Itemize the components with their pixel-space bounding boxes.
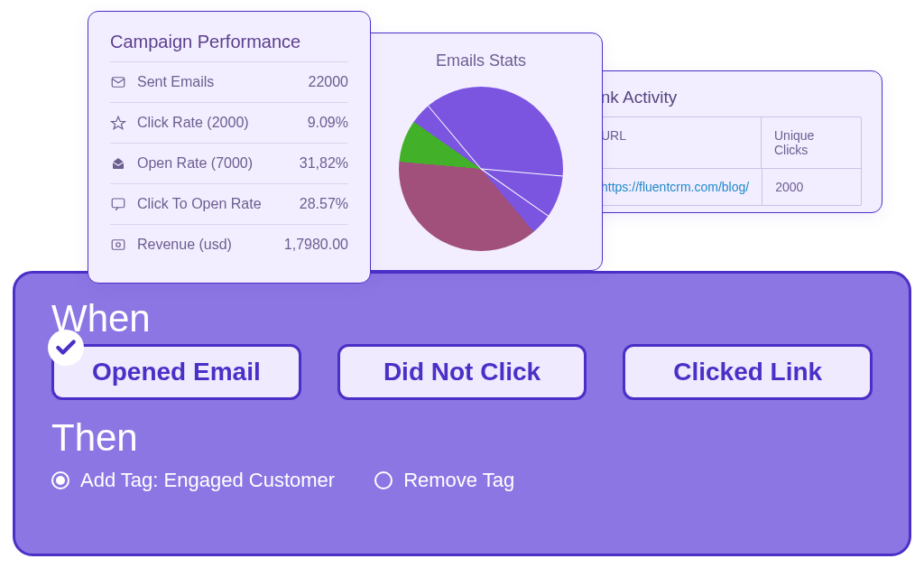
table-header-row: URL Unique Clicks: [588, 117, 861, 168]
trigger-row: Opened Email Did Not Click Clicked Link: [51, 344, 873, 400]
campaign-performance-title: Campaign Performance: [110, 32, 348, 62]
table-row: https://fluentcrm.com/blog/ 2000: [588, 168, 861, 205]
perf-value: 28.57%: [300, 196, 348, 212]
perf-label: Click To Open Rate: [137, 196, 289, 212]
link-activity-card: Link Activity URL Unique Clicks https://…: [559, 70, 882, 213]
radio-label: Add Tag: Engaged Customer: [80, 469, 335, 492]
col-url: URL: [588, 117, 762, 168]
perf-label: Sent Emails: [137, 74, 298, 90]
link-url[interactable]: https://fluentcrm.com/blog/: [588, 169, 762, 205]
trigger-did-not-click[interactable]: Did Not Click: [337, 344, 587, 400]
mail-icon: [110, 74, 126, 90]
chat-icon: [110, 196, 126, 212]
action-radio-group: Add Tag: Engaged Customer Remove Tag: [51, 469, 873, 492]
trigger-label: Opened Email: [92, 358, 261, 386]
perf-row-cto: Click To Open Rate 28.57%: [110, 184, 348, 225]
svg-rect-0: [112, 78, 125, 88]
svg-rect-2: [112, 240, 125, 250]
radio-icon: [51, 471, 69, 489]
campaign-performance-card: Campaign Performance Sent Emails 22000 C…: [88, 11, 371, 284]
perf-label: Revenue (usd): [137, 237, 273, 253]
action-add-tag[interactable]: Add Tag: Engaged Customer: [51, 469, 335, 492]
link-activity-title: Link Activity: [587, 88, 862, 111]
radio-icon: [374, 471, 393, 489]
trigger-clicked-link[interactable]: Clicked Link: [623, 344, 873, 400]
emails-stats-card: Emails Stats: [359, 33, 603, 271]
automation-panel: When Opened Email Did Not Click Clicked …: [13, 271, 911, 556]
perf-value: 31,82%: [300, 155, 348, 172]
perf-value: 9.09%: [308, 115, 348, 131]
svg-point-3: [116, 243, 121, 247]
cursor-icon: [110, 115, 126, 131]
perf-value: 1,7980.00: [284, 237, 348, 253]
perf-row-sent: Sent Emails 22000: [110, 62, 348, 103]
col-clicks: Unique Clicks: [762, 117, 861, 168]
trigger-opened-email[interactable]: Opened Email: [51, 344, 301, 400]
perf-row-open-rate: Open Rate (7000) 31,82%: [110, 144, 348, 184]
open-icon: [110, 155, 126, 172]
radio-label: Remove Tag: [403, 469, 514, 492]
trigger-label: Did Not Click: [383, 358, 541, 386]
emails-stats-title: Emails Stats: [360, 51, 602, 70]
revenue-icon: [110, 237, 126, 253]
when-heading: When: [51, 297, 873, 340]
emails-stats-pie: [399, 87, 563, 251]
perf-row-click-rate: Click Rate (2000) 9.09%: [110, 103, 348, 144]
link-clicks: 2000: [762, 169, 861, 205]
perf-row-revenue: Revenue (usd) 1,7980.00: [110, 225, 348, 265]
perf-label: Open Rate (7000): [137, 155, 289, 172]
link-activity-table: URL Unique Clicks https://fluentcrm.com/…: [587, 116, 862, 206]
perf-value: 22000: [309, 74, 349, 90]
action-remove-tag[interactable]: Remove Tag: [374, 469, 514, 492]
perf-label: Click Rate (2000): [137, 115, 297, 131]
trigger-label: Clicked Link: [673, 358, 822, 386]
check-icon: [48, 330, 84, 366]
then-heading: Then: [51, 416, 873, 460]
